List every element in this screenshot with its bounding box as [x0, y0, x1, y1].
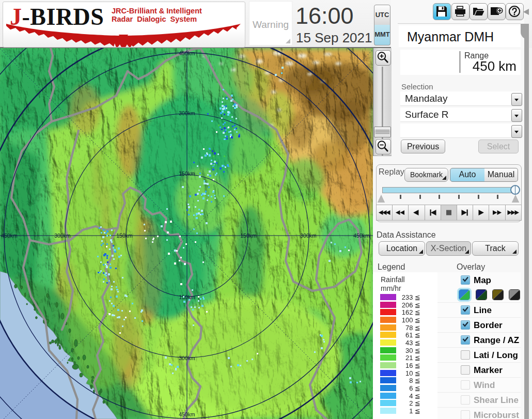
- svg-text:450km: 450km: [1, 232, 18, 239]
- svg-text:450km: 450km: [179, 50, 195, 56]
- svg-text:300km: 300km: [179, 355, 195, 361]
- svg-text:150km: 150km: [240, 232, 257, 239]
- svg-text:150km: 150km: [179, 170, 195, 177]
- svg-text:150km: 150km: [179, 294, 195, 300]
- svg-text:300km: 300km: [300, 232, 317, 239]
- svg-text:450km: 450km: [353, 232, 370, 239]
- svg-text:300km: 300km: [179, 110, 195, 116]
- svg-text:300km: 300km: [54, 232, 71, 239]
- svg-text:150km: 150km: [116, 232, 133, 239]
- svg-text:450km: 450km: [179, 411, 195, 417]
